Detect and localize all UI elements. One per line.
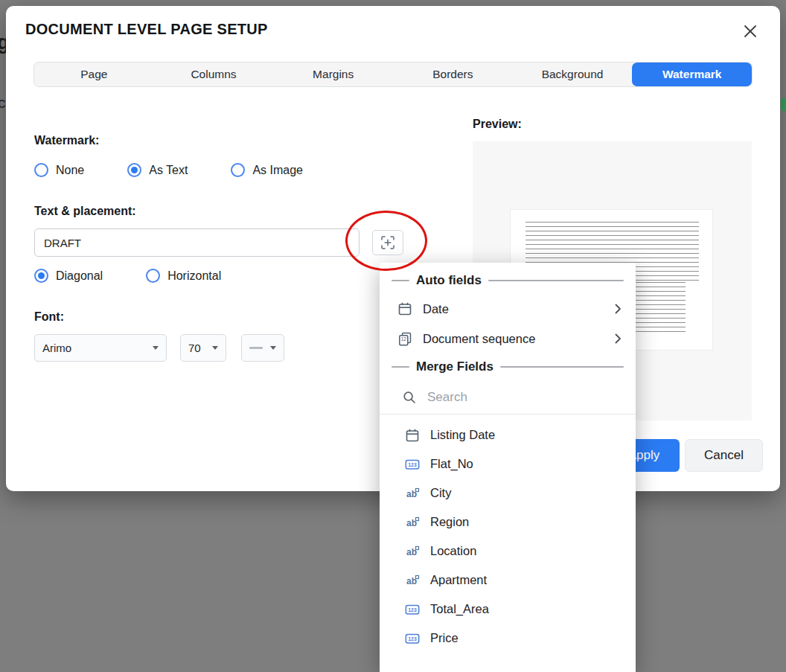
tab-strip: Page Columns Margins Borders Background … [33, 62, 753, 87]
menu-item-label: Date [423, 302, 449, 316]
merge-item-label: Apartment [430, 573, 487, 587]
merge-fields-header-text: Merge Fields [416, 359, 493, 374]
insert-field-popup: Auto fields Date Document sequence Merge… [380, 263, 636, 672]
tab-page[interactable]: Page [34, 63, 154, 86]
menu-item-date[interactable]: Date [380, 294, 636, 324]
merge-item-listing-date[interactable]: Listing Date [380, 420, 636, 449]
merge-fields-search-row [380, 380, 636, 415]
text-icon [405, 515, 420, 530]
text-icon [405, 486, 420, 501]
font-family-value: Arimo [42, 342, 71, 354]
radio-as-text-label: As Text [149, 164, 188, 177]
font-controls-row: Arimo 70 [34, 334, 284, 362]
divider [392, 280, 409, 281]
radio-horizontal[interactable]: Horizontal [146, 269, 221, 283]
number-icon [405, 457, 420, 472]
document-sequence-icon [397, 331, 412, 346]
merge-item-apartment[interactable]: Apartment [380, 566, 636, 595]
radio-diagonal[interactable]: Diagonal [34, 269, 103, 283]
merge-item-total-area[interactable]: Total_Area [380, 595, 636, 624]
close-icon [743, 24, 758, 39]
radio-horizontal-label: Horizontal [167, 269, 221, 283]
text-icon [405, 544, 420, 559]
merge-item-price[interactable]: Price [380, 624, 636, 653]
font-section-label: Font: [34, 310, 64, 324]
menu-item-label: Document sequence [423, 332, 535, 346]
merge-item-label: Region [430, 515, 469, 529]
merge-fields-header: Merge Fields [380, 353, 636, 380]
chevron-right-icon [610, 331, 625, 346]
merge-item-label: Listing Date [430, 428, 495, 442]
tab-background[interactable]: Background [513, 63, 633, 86]
radio-none-circle [34, 163, 48, 177]
dialog-title: DOCUMENT LEVEL PAGE SETUP [25, 21, 268, 38]
merge-fields-search-input[interactable] [427, 390, 624, 405]
merge-item-flat-no[interactable]: Flat_No [380, 449, 636, 479]
radio-as-text[interactable]: As Text [127, 163, 188, 177]
watermark-color-select[interactable] [241, 334, 284, 362]
merge-item-label: Price [430, 631, 458, 645]
merge-item-region[interactable]: Region [380, 508, 636, 537]
tab-columns[interactable]: Columns [154, 63, 274, 86]
calendar-icon [397, 301, 412, 316]
radio-horizontal-circle [146, 269, 160, 283]
merge-item-label: Total_Area [430, 602, 489, 616]
preview-label: Preview: [473, 118, 522, 131]
font-size-value: 70 [188, 342, 201, 354]
number-icon [405, 602, 420, 617]
text-icon [405, 573, 420, 588]
insert-field-button[interactable] [372, 230, 403, 255]
watermark-section-label: Watermark: [34, 134, 99, 147]
merge-fields-list: Listing Date Flat_No City Region Locatio… [380, 415, 636, 653]
cancel-button[interactable]: Cancel [685, 439, 763, 472]
merge-item-label: Flat_No [430, 457, 473, 471]
text-placement-label: Text & placement: [34, 205, 136, 218]
chevron-down-icon [153, 346, 159, 350]
merge-item-label: Location [430, 544, 476, 558]
chevron-down-icon [270, 346, 276, 350]
radio-as-image[interactable]: As Image [231, 163, 303, 177]
divider [488, 280, 624, 281]
background-icon-fragment [781, 98, 786, 111]
number-icon [405, 631, 420, 646]
radio-diagonal-circle [34, 269, 48, 283]
divider [392, 366, 409, 368]
tab-borders[interactable]: Borders [393, 63, 513, 86]
search-icon [402, 390, 417, 405]
chevron-down-icon [212, 346, 218, 350]
radio-diagonal-label: Diagonal [56, 269, 103, 283]
chevron-right-icon [610, 301, 625, 316]
calendar-icon [405, 428, 420, 443]
merge-item-location[interactable]: Location [380, 537, 636, 566]
merge-item-city[interactable]: City [380, 479, 636, 508]
menu-item-document-sequence[interactable]: Document sequence [380, 324, 636, 353]
auto-fields-header-text: Auto fields [416, 273, 482, 288]
font-family-select[interactable]: Arimo [34, 334, 167, 362]
tab-margins[interactable]: Margins [273, 63, 393, 86]
background-text-fragment: c [0, 94, 6, 112]
close-button[interactable] [740, 21, 761, 42]
radio-none-label: None [56, 164, 84, 177]
divider [500, 366, 624, 368]
insert-field-icon [380, 234, 396, 251]
font-size-select[interactable]: 70 [180, 334, 226, 362]
radio-as-image-label: As Image [252, 164, 303, 177]
merge-item-label: City [430, 486, 451, 500]
tab-watermark[interactable]: Watermark [632, 63, 752, 86]
watermark-type-radio-group: None As Text As Image [34, 163, 303, 177]
color-swatch [249, 347, 263, 349]
watermark-text-input[interactable] [34, 228, 360, 257]
radio-as-image-circle [231, 163, 245, 177]
radio-none[interactable]: None [34, 163, 84, 177]
placement-radio-group: Diagonal Horizontal [34, 269, 221, 283]
auto-fields-header: Auto fields [380, 267, 636, 294]
radio-as-text-circle [127, 163, 141, 177]
